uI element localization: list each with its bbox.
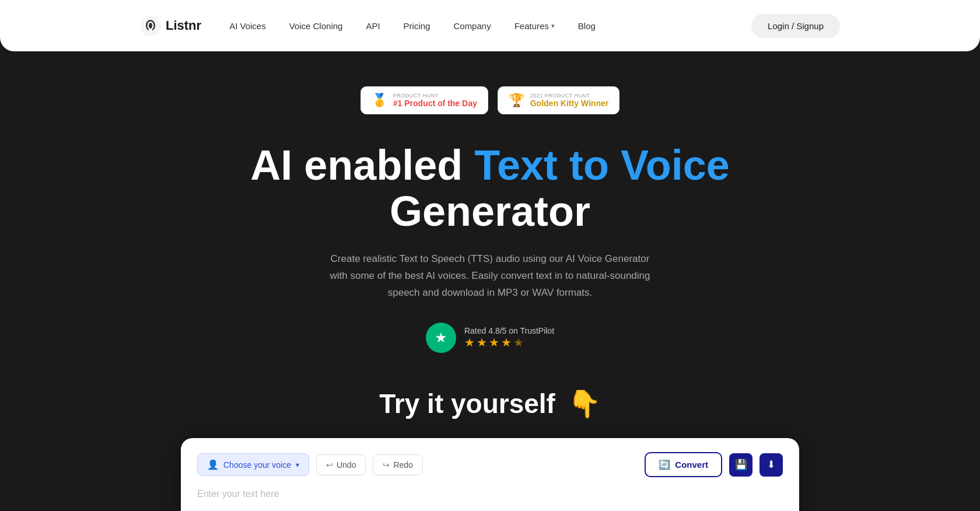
- trustpilot-rating-text: Rated 4.8/5 on TrustPilot: [464, 326, 554, 335]
- undo-label: Undo: [337, 460, 356, 470]
- hero-subtitle: Create realistic Text to Speech (TTS) au…: [327, 251, 653, 302]
- badges-row: 🥇 PRODUCT HUNT #1 Product of the Day 🏆 2…: [360, 86, 620, 114]
- undo-icon: ↩: [326, 460, 333, 470]
- trustpilot-star-icon: ★: [435, 330, 447, 346]
- hero-title-white: AI enabled: [250, 142, 474, 188]
- hero-title-generator: Generator: [390, 188, 590, 235]
- badge-small-text-1: PRODUCT HUNT: [393, 93, 477, 99]
- try-emoji: 👇: [568, 388, 601, 419]
- login-signup-button[interactable]: Login / Signup: [751, 14, 840, 38]
- nav-company[interactable]: Company: [453, 21, 491, 31]
- trustpilot-logo: ★: [426, 323, 456, 353]
- download-icon: ⬇: [767, 459, 775, 471]
- convert-refresh-icon: 🔄: [659, 459, 670, 470]
- choose-voice-chevron-icon: ▾: [296, 461, 299, 469]
- badge-content-2: 2021 PRODUCT HUNT Golden Kitty Winner: [530, 93, 608, 108]
- convert-button[interactable]: 🔄 Convert: [645, 452, 722, 477]
- nav-ai-voices[interactable]: AI Voices: [229, 21, 266, 31]
- convert-label: Convert: [675, 460, 708, 470]
- nav-voice-cloning[interactable]: Voice Cloning: [289, 21, 343, 31]
- navbar: Listnr AI Voices Voice Cloning API Prici…: [0, 0, 980, 51]
- undo-button[interactable]: ↩ Undo: [316, 454, 366, 475]
- badge-main-text-1: #1 Product of the Day: [393, 99, 477, 108]
- golden-kitty-badge: 🏆 2021 PRODUCT HUNT Golden Kitty Winner: [498, 86, 620, 114]
- trustpilot-section: ★ Rated 4.8/5 on TrustPilot ★ ★ ★ ★ ★: [426, 323, 554, 353]
- badge-main-text-2: Golden Kitty Winner: [530, 99, 608, 108]
- star-3: ★: [489, 335, 499, 349]
- hero-title: AI enabled Text to Voice Generator: [250, 142, 730, 235]
- logo-text: Listnr: [166, 18, 201, 33]
- hero-title-blue: Text to Voice: [474, 142, 729, 188]
- trustpilot-stars: ★ ★ ★ ★ ★: [464, 335, 554, 349]
- tts-widget: 👤 Choose your voice ▾ ↩ Undo ↪ Redo 🔄 Co…: [181, 438, 799, 511]
- logo[interactable]: Listnr: [140, 15, 201, 36]
- badge-content-1: PRODUCT HUNT #1 Product of the Day: [393, 93, 477, 108]
- badge-trophy-icon: 🏆: [509, 93, 524, 108]
- choose-voice-label: Choose your voice: [223, 460, 291, 470]
- redo-icon: ↪: [383, 460, 390, 470]
- redo-label: Redo: [393, 460, 412, 470]
- hero-section: 🥇 PRODUCT HUNT #1 Product of the Day 🏆 2…: [0, 51, 980, 511]
- tts-toolbar: 👤 Choose your voice ▾ ↩ Undo ↪ Redo 🔄 Co…: [197, 452, 783, 477]
- nav-blog[interactable]: Blog: [578, 21, 596, 31]
- save-icon: 💾: [735, 459, 747, 471]
- nav-pricing[interactable]: Pricing: [404, 21, 430, 31]
- nav-api[interactable]: API: [366, 21, 380, 31]
- redo-button[interactable]: ↪ Redo: [373, 454, 422, 475]
- trustpilot-text-block: Rated 4.8/5 on TrustPilot ★ ★ ★ ★ ★: [464, 326, 554, 349]
- try-it-title: Try it yourself 👇: [379, 388, 600, 419]
- text-input[interactable]: [197, 489, 783, 511]
- svg-point-1: [149, 23, 152, 29]
- nav-features[interactable]: Features ▾: [514, 21, 555, 31]
- download-button[interactable]: ⬇: [760, 453, 783, 477]
- star-2: ★: [477, 335, 487, 349]
- save-button[interactable]: 💾: [729, 453, 752, 477]
- try-title-text: Try it yourself: [379, 388, 555, 419]
- voice-person-icon: 👤: [207, 459, 219, 470]
- features-chevron-icon: ▾: [551, 22, 555, 30]
- logo-icon: [140, 15, 161, 36]
- product-hunt-badge: 🥇 PRODUCT HUNT #1 Product of the Day: [360, 86, 488, 114]
- star-5: ★: [513, 335, 524, 349]
- badge-medal-icon: 🥇: [372, 93, 387, 108]
- badge-small-text-2: 2021 PRODUCT HUNT: [530, 93, 608, 99]
- star-1: ★: [464, 335, 475, 349]
- star-4: ★: [501, 335, 512, 349]
- nav-links: AI Voices Voice Cloning API Pricing Comp…: [229, 14, 840, 38]
- choose-voice-button[interactable]: 👤 Choose your voice ▾: [197, 453, 309, 476]
